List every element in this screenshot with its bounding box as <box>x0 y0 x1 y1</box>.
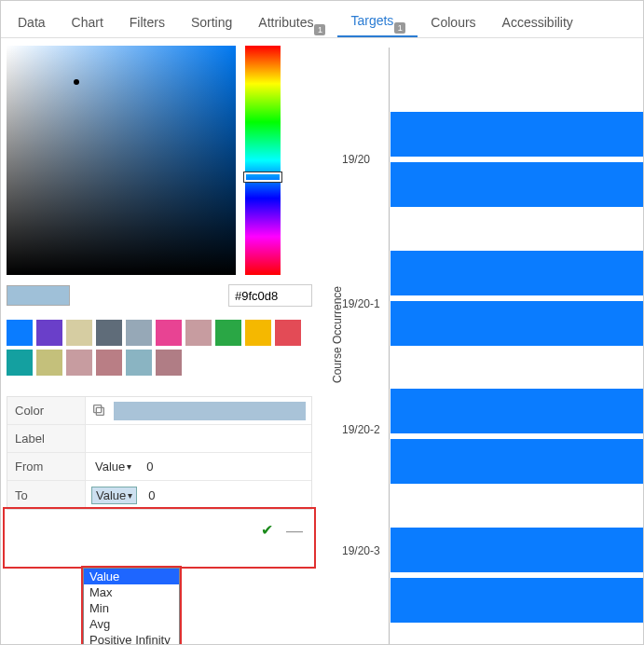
chevron-down-icon: ▾ <box>127 461 131 472</box>
palette-swatch[interactable] <box>36 320 62 346</box>
chart-bar <box>391 251 643 295</box>
to-type-option-avg[interactable]: Avg <box>84 616 179 632</box>
left-panel: Color Label From Value▾ 0 <box>1 38 318 644</box>
tab-sorting[interactable]: Sorting <box>178 6 245 37</box>
tab-attributes-badge: 1 <box>314 24 325 35</box>
saturation-picker[interactable] <box>7 46 236 275</box>
tab-targets[interactable]: Targets1 <box>337 4 418 37</box>
hue-slider[interactable] <box>245 46 281 275</box>
tab-attributes[interactable]: Attributes1 <box>245 6 337 37</box>
palette-swatch[interactable] <box>156 350 182 376</box>
y-axis-line <box>389 48 390 644</box>
prop-from-label: From <box>7 453 86 480</box>
svg-rect-0 <box>96 407 103 415</box>
remove-icon[interactable]: — <box>286 521 303 541</box>
to-type-option-value[interactable]: Value <box>84 569 179 584</box>
tab-filters[interactable]: Filters <box>116 6 178 37</box>
color-palette <box>7 320 314 376</box>
confirm-icon[interactable]: ✔ <box>261 521 273 541</box>
palette-swatch[interactable] <box>36 350 62 376</box>
tab-chart[interactable]: Chart <box>59 6 116 37</box>
tab-targets-badge: 1 <box>394 22 405 34</box>
category-label: 19/20-3 <box>342 544 380 557</box>
to-type-dropdown[interactable]: Value▾ <box>91 487 137 504</box>
chart-bar <box>391 162 643 207</box>
picker-handle[interactable] <box>74 79 79 85</box>
to-type-option-posinf[interactable]: Positive Infinity <box>84 632 179 645</box>
tab-accessibility[interactable]: Accessibility <box>489 6 586 37</box>
category-label: 19/20-1 <box>342 297 380 310</box>
palette-swatch[interactable] <box>96 320 122 346</box>
to-type-option-min[interactable]: Min <box>84 600 179 616</box>
palette-swatch[interactable] <box>126 350 152 376</box>
tab-data[interactable]: Data <box>5 6 59 37</box>
target-properties: Color Label From Value▾ 0 <box>7 396 312 510</box>
hex-input[interactable] <box>228 284 312 307</box>
category-label: 19/20-2 <box>342 423 380 436</box>
palette-swatch[interactable] <box>126 320 152 346</box>
chart-bar <box>391 528 643 572</box>
target-label-input[interactable] <box>91 432 306 446</box>
chart-bar <box>391 389 643 433</box>
from-value[interactable]: 0 <box>141 460 153 473</box>
target-color-bar[interactable] <box>114 402 306 420</box>
svg-rect-1 <box>94 405 102 412</box>
palette-swatch[interactable] <box>156 320 182 346</box>
palette-swatch[interactable] <box>7 320 33 346</box>
from-type-dropdown[interactable]: Value▾ <box>91 459 135 474</box>
palette-swatch[interactable] <box>96 350 122 376</box>
prop-to-label: To <box>7 481 86 509</box>
current-color-swatch <box>7 285 70 306</box>
chart-bar <box>391 301 643 346</box>
to-type-dropdown-menu: Value Max Min Avg Positive Infinity Nega… <box>83 568 180 645</box>
palette-swatch[interactable] <box>66 320 92 346</box>
chart-bar <box>391 578 643 623</box>
palette-swatch[interactable] <box>66 350 92 376</box>
tabs-bar: Data Chart Filters Sorting Attributes1 T… <box>1 1 643 38</box>
palette-swatch[interactable] <box>275 320 301 346</box>
hue-handle[interactable] <box>244 172 281 182</box>
tab-colours[interactable]: Colours <box>418 6 488 37</box>
chart-bar <box>391 112 643 157</box>
palette-swatch[interactable] <box>7 350 33 376</box>
chart-bar <box>391 439 643 484</box>
prop-label-label: Label <box>7 425 86 452</box>
palette-swatch[interactable] <box>185 320 212 346</box>
palette-swatch[interactable] <box>215 320 241 346</box>
prop-color-label: Color <box>7 397 86 424</box>
to-value[interactable]: 0 <box>143 488 155 502</box>
copy-icon[interactable] <box>91 403 108 419</box>
chevron-down-icon: ▾ <box>128 490 132 501</box>
chart-preview: Course Occurrence 19/20 19/20-1 19/20-2 … <box>318 38 643 644</box>
category-label: 19/20 <box>342 153 370 166</box>
to-type-option-max[interactable]: Max <box>84 584 179 600</box>
palette-swatch[interactable] <box>245 320 271 346</box>
